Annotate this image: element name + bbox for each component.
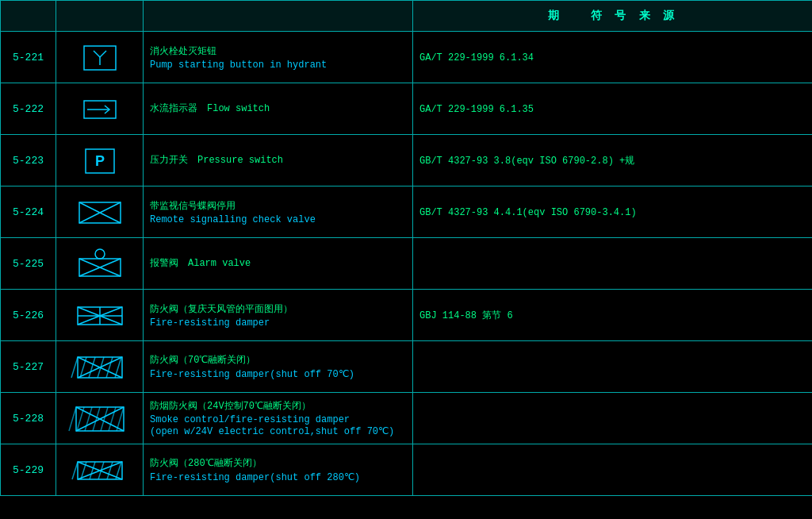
table-row: 5-222水流指示器 Flow switchGA/T 229-1999 6.1.… [1,83,813,135]
svg-line-43 [72,462,78,479]
row-description: 水流指示器 Flow switch [144,83,413,135]
ref-label: GB/T 4327-93 3.8(eqv ISO 6790-2.8) +规 [419,156,634,167]
row-reference [413,341,813,393]
zh-label: 防火阀（70℃融断关闭） [150,353,406,367]
row-id: 5-222 [1,83,56,135]
svg-text:P: P [94,153,104,169]
row-reference [413,393,813,444]
row-description: 带监视信号蝶阀停用Remote signalling check valve [144,186,413,238]
row-symbol [56,238,144,290]
row-symbol [56,186,144,238]
zh-label: 报警阀 Alarm valve [150,256,406,270]
svg-line-27 [98,357,104,378]
table-row: 5-228防烟防火阀（24V控制70℃融断关闭）Smoke control/fi… [1,393,813,444]
row-description: 防火阀（复庆天风管的平面图用）Fire-resisting damper [144,290,413,341]
svg-line-24 [71,357,78,378]
en-label: Fire-resisting damper(shut off 70℃) [150,368,406,380]
table-row: 5-224带监视信号蝶阀停用Remote signalling check va… [1,186,813,238]
svg-line-38 [109,407,116,431]
row-reference: GB/T 4327-93 4.4.1(eqv ISO 6790-3.4.1) [413,186,813,238]
table-row: 5-223P压力开关 Pressure switchGB/T 4327-93 3… [1,135,813,186]
zh-label: 水流指示器 Flow switch [150,102,406,115]
svg-line-37 [101,407,108,431]
ref-label: GB/T 4327-93 4.4.1(eqv ISO 6790-3.4.1) [419,207,637,218]
svg-line-47 [107,462,113,479]
table-row: 5-229防火阀（280℃融断关闭）Fire-resisting damper(… [1,444,813,496]
row-symbol [56,32,144,83]
row-description: 报警阀 Alarm valve [144,238,413,290]
zh-label: 压力开关 Pressure switch [150,153,406,167]
ref-label: GBJ 114-88 第节 6 [419,310,513,321]
zh-label: 消火栓处灭矩钮 [150,44,406,58]
row-id: 5-223 [1,135,56,186]
row-id: 5-226 [1,290,56,341]
en-label: Pump starting button in hydrant [150,60,406,71]
zh-label: 防烟防火阀（24V控制70℃融断关闭） [150,399,406,413]
svg-line-1 [94,51,100,57]
row-reference: GBJ 114-88 第节 6 [413,290,813,341]
row-reference: GA/T 229-1999 6.1.34 [413,32,813,83]
row-symbol [56,393,144,444]
svg-line-35 [85,407,92,431]
table-row: 5-227防火阀（70℃融断关闭）Fire-resisting damper(s… [1,341,813,393]
en-label: Remote signalling check valve [150,214,406,225]
table-row: 5-226防火阀（复庆天风管的平面图用）Fire-resisting dampe… [1,290,813,341]
row-reference [413,238,813,290]
row-reference [413,444,813,496]
svg-line-2 [100,51,106,57]
row-reference: GB/T 4327-93 3.8(eqv ISO 6790-2.8) +规 [413,135,813,186]
row-description: 防火阀（280℃融断关闭）Fire-resisting damper(shut … [144,444,413,496]
row-id: 5-227 [1,341,56,393]
table-row: 5-225报警阀 Alarm valve [1,238,813,290]
row-id: 5-225 [1,238,56,290]
zh-label: 带监视信号蝶阀停用 [150,199,406,213]
en-label: Fire-resisting damper [150,317,406,329]
row-symbol [56,290,144,341]
row-reference: GA/T 229-1999 6.1.35 [413,83,813,135]
header-desc [144,1,413,32]
header-seq [1,1,56,32]
header-symbol [56,1,144,32]
row-symbol [56,341,144,393]
zh-label: 防火阀（复庆天风管的平面图用） [150,302,406,316]
row-description: 压力开关 Pressure switch [144,135,413,186]
row-symbol [56,83,144,135]
row-id: 5-229 [1,444,56,496]
ref-label: GA/T 229-1999 6.1.35 [419,104,534,115]
svg-line-28 [106,357,113,378]
row-symbol: P [56,135,144,186]
svg-line-45 [90,462,95,479]
svg-line-33 [69,407,76,431]
ref-label: GA/T 229-1999 6.1.34 [419,52,534,63]
row-id: 5-228 [1,393,56,444]
row-id: 5-224 [1,186,56,238]
row-id: 5-221 [1,32,56,83]
row-description: 消火栓处灭矩钮Pump starting button in hydrant [144,32,413,83]
svg-point-11 [95,249,105,259]
zh-label: 防火阀（280℃融断关闭） [150,456,406,470]
row-symbol [56,444,144,496]
en-label: Smoke control/fire-resisting damper(open… [150,414,406,437]
svg-line-26 [89,357,95,378]
table-row: 5-221消火栓处灭矩钮Pump starting button in hydr… [1,32,813,83]
row-description: 防烟防火阀（24V控制70℃融断关闭）Smoke control/fire-re… [144,393,413,444]
row-description: 防火阀（70℃融断关闭）Fire-resisting damper(shut o… [144,341,413,393]
en-label: Fire-resisting damper(shut off 280℃) [150,471,406,483]
header-ref: 期 符 号 来 源 [413,1,813,32]
